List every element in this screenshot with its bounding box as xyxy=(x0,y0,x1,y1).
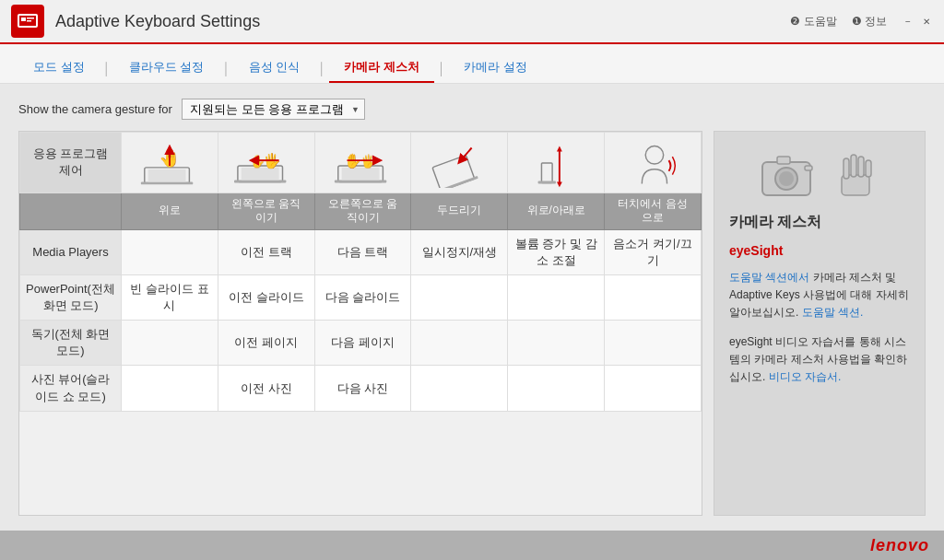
gesture-tap-icon xyxy=(427,138,491,189)
minimize-button[interactable]: − xyxy=(902,15,914,28)
app-name-mediaplayers: Media Players xyxy=(20,229,122,274)
nav-cloud-settings[interactable]: 클라우드 설정 xyxy=(114,53,219,83)
nav-camera-gesture[interactable]: 카메라 제스처 xyxy=(329,53,434,83)
nav-camera-settings[interactable]: 카메라 설정 xyxy=(449,53,542,83)
help-link[interactable]: ❷ 도움말 xyxy=(790,14,836,29)
app-name-powerpoint: PowerPoint(전체 화면 모드) xyxy=(20,274,122,320)
svg-rect-25 xyxy=(538,181,556,183)
col-label-voice: 터치에서 음성 으로 xyxy=(605,192,702,229)
cell-reader-left: 이전 페이지 xyxy=(218,321,314,366)
app-label-header xyxy=(20,192,122,229)
cell-reader-tap xyxy=(411,321,508,366)
nav-bar: 모드 설정 │ 클라우드 설정 │ 음성 인식 │ 카메라 제스처 │ 카메라 … xyxy=(0,44,944,84)
svg-rect-33 xyxy=(777,157,790,164)
window-buttons: − ✕ xyxy=(902,15,933,28)
app-header-cell: 응용 프로그램 제어 xyxy=(20,133,122,193)
filter-row: Show the camera gesture for 지원되는 모든 응용 프… xyxy=(18,99,926,120)
cell-mediaplayers-up xyxy=(122,229,218,274)
svg-point-29 xyxy=(645,146,663,163)
cell-ppt-right: 다음 슬라이드 xyxy=(314,274,411,320)
gesture-voice-cell xyxy=(605,133,702,193)
cell-mediaplayers-left: 이전 트랙 xyxy=(218,229,314,274)
cell-mediaplayers-updown: 볼륨 증가 및 감 소 조절 xyxy=(508,229,605,274)
filter-label: Show the camera gesture for xyxy=(18,102,172,116)
col-label-left: 왼쪽으로 움직 이기 xyxy=(218,192,314,229)
table-row: 사진 뷰어(슬라 이드 쇼 모드) 이전 사진 다음 사진 xyxy=(20,366,702,411)
table-row: Media Players 이전 트랙 다음 트랙 일시정지/재생 볼륨 증가 … xyxy=(20,229,702,274)
svg-marker-27 xyxy=(557,146,562,151)
cell-mediaplayers-right: 다음 트랙 xyxy=(314,229,411,274)
sidebar-link-1[interactable]: 도움말 섹션에서 xyxy=(729,271,809,284)
titlebar-controls: ❷ 도움말 ❶ 정보 xyxy=(790,14,887,29)
svg-rect-1 xyxy=(21,18,26,21)
gesture-up-cell: 🤚 xyxy=(122,133,218,193)
cell-photo-tap xyxy=(411,366,508,411)
svg-rect-36 xyxy=(844,158,849,179)
cell-photo-right: 다음 사진 xyxy=(314,366,411,411)
cell-photo-left: 이전 사진 xyxy=(218,366,314,411)
app-filter-wrapper[interactable]: 지원되는 모든 응용 프로그램 xyxy=(182,99,365,120)
cell-photo-voice xyxy=(605,366,702,411)
gesture-voice-icon xyxy=(620,138,685,189)
svg-rect-39 xyxy=(866,160,871,177)
col-label-tap: 두드리기 xyxy=(411,192,508,229)
titlebar: Adaptive Keyboard Settings ❷ 도움말 ❶ 정보 − … xyxy=(0,0,944,44)
svg-rect-21 xyxy=(432,155,475,188)
sidebar-link-3[interactable]: 비디오 자습서. xyxy=(769,370,842,383)
cell-ppt-left: 이전 슬라이드 xyxy=(218,274,314,320)
app-col-label: 응용 프로그램 제어 xyxy=(33,146,109,177)
cell-photo-updown xyxy=(508,366,605,411)
sidebar-text-2: eyeSight 비디오 자습서를 통해 시스템의 카메라 제스처 사용법을 확… xyxy=(729,333,910,387)
lenovo-logo: lenovo xyxy=(870,536,929,555)
sidebar-link-2[interactable]: 도움말 섹션. xyxy=(802,306,864,319)
content-area: 응용 프로그램 제어 🤚 xyxy=(18,131,926,516)
svg-rect-3 xyxy=(27,20,31,22)
window-title: Adaptive Keyboard Settings xyxy=(55,12,790,31)
nav-mode-settings[interactable]: 모드 설정 xyxy=(18,53,100,83)
app-filter-select[interactable]: 지원되는 모든 응용 프로그램 xyxy=(182,99,365,120)
hand-icon xyxy=(828,146,883,202)
gesture-updown-cell xyxy=(508,133,605,193)
svg-rect-22 xyxy=(437,175,478,187)
col-label-up: 위로 xyxy=(122,192,218,229)
bottom-bar: lenovo xyxy=(0,531,944,560)
gesture-left-icon: 🖐 ✋ xyxy=(234,138,299,189)
svg-marker-28 xyxy=(557,181,562,187)
cell-mediaplayers-voice: 음소거 켜기/끄 기 xyxy=(605,229,702,274)
svg-line-23 xyxy=(461,147,472,160)
gesture-tap-cell xyxy=(411,133,508,193)
sidebar-title: 카메라 제스처 xyxy=(729,213,910,232)
col-label-right: 오른쪽으로 움 직이기 xyxy=(314,192,411,229)
table-row: PowerPoint(전체 화면 모드) 빈 슬라이드 표 시 이전 슬라이드 … xyxy=(20,274,702,320)
close-button[interactable]: ✕ xyxy=(920,15,933,28)
svg-rect-16 xyxy=(334,180,385,182)
gesture-right-icon: ✋ 🖐 xyxy=(331,138,395,189)
cell-reader-right: 다음 페이지 xyxy=(314,321,411,366)
svg-text:🖐: 🖐 xyxy=(360,153,376,169)
svg-rect-24 xyxy=(542,163,553,182)
sidebar-subtitle: eyeSight xyxy=(729,243,910,258)
cell-reader-updown xyxy=(508,321,605,366)
nav-voice-recognition[interactable]: 음성 인식 xyxy=(234,53,315,83)
svg-point-32 xyxy=(779,171,794,186)
cell-ppt-tap xyxy=(411,274,508,320)
svg-rect-10 xyxy=(234,180,286,182)
svg-rect-37 xyxy=(851,155,856,177)
cell-reader-up xyxy=(122,321,218,366)
gesture-label-row: 위로 왼쪽으로 움직 이기 오른쪽으로 움 직이기 두드리기 위로/아래로 터치… xyxy=(20,192,702,229)
col-label-updown: 위로/아래로 xyxy=(508,192,605,229)
cell-mediaplayers-tap: 일시정지/재생 xyxy=(411,229,508,274)
cell-ppt-up: 빈 슬라이드 표 시 xyxy=(122,274,218,320)
info-link[interactable]: ❶ 정보 xyxy=(852,14,887,29)
cell-ppt-updown xyxy=(508,274,605,320)
camera-icon xyxy=(756,146,820,202)
svg-rect-34 xyxy=(805,166,812,170)
svg-rect-38 xyxy=(858,157,864,177)
svg-rect-5 xyxy=(141,181,193,184)
cell-photo-up xyxy=(122,366,218,411)
sidebar-panel: 카메라 제스처 eyeSight 도움말 섹션에서 카메라 제스처 및 Adap… xyxy=(714,131,926,516)
app-icon xyxy=(11,5,44,38)
gesture-table-wrapper: 응용 프로그램 제어 🤚 xyxy=(18,131,702,516)
main-content: Show the camera gesture for 지원되는 모든 응용 프… xyxy=(0,84,944,531)
svg-rect-11 xyxy=(242,167,279,180)
